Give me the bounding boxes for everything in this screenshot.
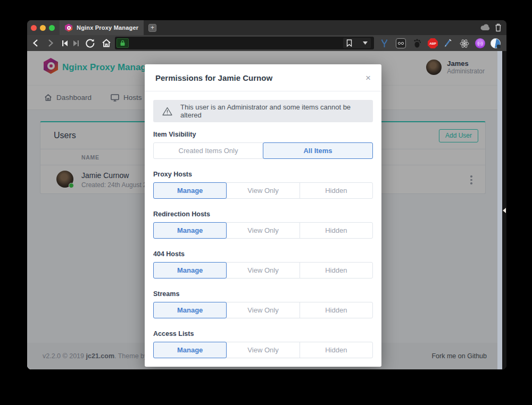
adblock-plus-icon[interactable]: ABP — [428, 38, 438, 48]
option-button-view-only[interactable]: View Only — [226, 182, 300, 199]
permission-group-redirection-hosts: ManageView OnlyHidden — [153, 222, 373, 239]
modal-body: This user is an Administrator and some i… — [145, 91, 381, 367]
address-bar[interactable] — [115, 37, 374, 49]
bookmark-icon[interactable] — [346, 39, 352, 47]
option-button-manage[interactable]: Manage — [153, 342, 227, 358]
extension-clock-icon[interactable] — [491, 38, 501, 48]
option-button-view-only[interactable]: View Only — [226, 302, 300, 318]
forward-icon[interactable] — [47, 39, 54, 47]
permission-group-item-visibility: Created Items OnlyAll Items — [153, 142, 373, 159]
permission-group-proxy-hosts: ManageView OnlyHidden — [153, 182, 373, 199]
permission-group-404-hosts: ManageView OnlyHidden — [153, 262, 373, 279]
option-button-hidden[interactable]: Hidden — [300, 222, 373, 239]
fast-forward-icon[interactable] — [73, 40, 80, 47]
minimize-window-button[interactable] — [40, 25, 46, 31]
zoom-window-button[interactable] — [49, 25, 55, 31]
extension-pen-icon[interactable] — [443, 38, 453, 48]
bookmark-controls — [343, 38, 371, 48]
option-button-hidden[interactable]: Hidden — [300, 262, 373, 279]
sync-cloud-icon[interactable] — [480, 24, 490, 31]
option-button-manage[interactable]: Manage — [153, 302, 227, 318]
new-tab-button[interactable]: + — [148, 24, 156, 32]
option-button-manage[interactable]: Manage — [153, 182, 227, 199]
trash-icon[interactable] — [495, 23, 502, 32]
admin-warning-text: This user is an Administrator and some i… — [180, 103, 364, 119]
permission-label-access-lists: Access Lists — [153, 330, 373, 338]
option-button-created-items-only[interactable]: Created Items Only — [153, 142, 263, 159]
browser-toolbar: ABP {··} — [27, 35, 506, 51]
page-scrollbar[interactable] — [497, 51, 502, 369]
https-lock-icon[interactable] — [117, 38, 129, 48]
option-button-all-items[interactable]: All Items — [263, 142, 373, 159]
permission-label-streams: Streams — [153, 290, 373, 298]
tab-title: Nginx Proxy Manager — [77, 24, 138, 31]
close-window-button[interactable] — [31, 25, 37, 31]
npm-favicon-icon — [65, 24, 72, 32]
page-viewport: Nginx Proxy Manager James Administrator … — [27, 51, 497, 369]
back-icon[interactable] — [32, 39, 39, 47]
option-button-view-only[interactable]: View Only — [226, 342, 300, 358]
browser-window: Nginx Proxy Manager + — [27, 20, 506, 369]
home-icon[interactable] — [102, 38, 111, 48]
permission-label-redirection-hosts: Redirection Hosts — [153, 210, 373, 218]
permission-group-access-lists: ManageView OnlyHidden — [153, 342, 373, 358]
modal-header: Permissions for Jamie Curnow × — [145, 64, 381, 91]
admin-warning-alert: This user is an Administrator and some i… — [153, 100, 373, 122]
bookmark-dropdown-caret-icon[interactable] — [363, 41, 368, 45]
traffic-light-area — [27, 20, 60, 35]
option-button-view-only[interactable]: View Only — [226, 222, 300, 239]
rewind-icon[interactable] — [61, 40, 68, 47]
extension-purple-icon[interactable]: {··} — [475, 38, 485, 48]
browser-tab-bar: Nginx Proxy Manager + — [27, 20, 506, 35]
option-button-hidden[interactable]: Hidden — [300, 342, 373, 358]
option-button-view-only[interactable]: View Only — [226, 262, 300, 279]
panel-toggle-arrow-icon[interactable] — [503, 208, 506, 213]
option-button-hidden[interactable]: Hidden — [300, 182, 373, 199]
option-button-manage[interactable]: Manage — [153, 262, 227, 279]
extension-fork-icon[interactable] — [379, 38, 389, 48]
react-devtools-icon[interactable] — [459, 38, 469, 48]
reload-icon[interactable] — [86, 38, 95, 48]
permission-label-item-visibility: Item Visibility — [153, 131, 373, 138]
option-button-manage[interactable]: Manage — [153, 222, 227, 239]
modal-title: Permissions for Jamie Curnow — [155, 73, 272, 82]
modal-close-icon[interactable]: × — [365, 73, 371, 82]
permission-group-streams: ManageView OnlyHidden — [153, 302, 373, 318]
permissions-modal: Permissions for Jamie Curnow × This user… — [145, 64, 381, 367]
permission-label-404-hosts: 404 Hosts — [153, 250, 373, 258]
permission-label-proxy-hosts: Proxy Hosts — [153, 171, 373, 178]
warning-triangle-icon — [162, 107, 172, 116]
extension-goggles-icon[interactable] — [396, 38, 406, 48]
browser-tab[interactable]: Nginx Proxy Manager — [60, 20, 144, 35]
extension-gnome-foot-icon[interactable] — [412, 38, 422, 48]
option-button-hidden[interactable]: Hidden — [300, 302, 373, 318]
